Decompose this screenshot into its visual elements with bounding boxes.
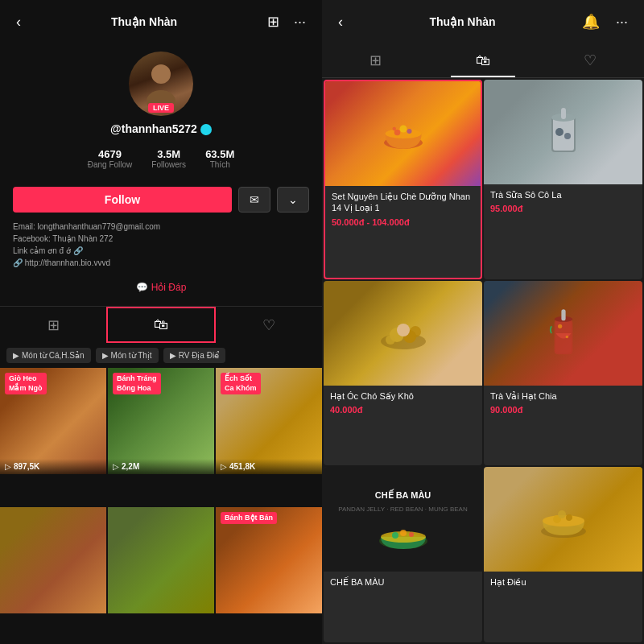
product-name-2: Trà Sữa Sô Cô La [490,189,636,200]
right-tab-grid[interactable]: ⊞ [322,43,429,77]
svg-point-6 [399,126,407,133]
product-info-4: Trà Vải Hạt Chia 90.000đ [484,386,642,421]
right-profile-name: Thuận Nhàn [429,15,495,28]
bio-line-2: Facebook: Thuận Nhàn 272 [13,233,309,245]
left-header: ‹ Thuận Nhàn ⊞ ··· [0,0,322,43]
chip-rv[interactable]: ▶ RV Địa Điể [163,348,226,363]
play-icon-3: ▷ [221,462,227,471]
video-cell-5[interactable] [108,507,214,613]
video-label-1: Giò Heo Mắm Ngò [5,373,47,394]
chip-label-1: Món từ Cá,H.Sản [22,351,85,360]
view-count-2: 2,2M [122,462,139,471]
hoi-dap-label: Hỏi Đáp [151,282,187,293]
video-cell-6[interactable]: Bánh Bột Bán [216,507,322,613]
che-ba-mau-subtitle: PANDAN JELLY · RED BEAN · MUNG BEAN [338,506,467,513]
more-options-icon[interactable]: ··· [291,10,309,34]
play-icon-1: ▷ [5,462,11,471]
video-cell-1[interactable]: ▷ 897,5K Giò Heo Mắm Ngò [0,368,106,474]
heart-icon: ♡ [262,316,275,334]
follow-button[interactable]: Follow [13,187,232,213]
view-count-1: 897,5K [14,462,39,471]
chip-icon-2: ▶ [102,351,109,360]
svg-point-25 [565,335,568,338]
right-header: ‹ Thuận Nhàn 🔔 ··· [322,0,644,43]
filter-chips: ▶ Món từ Cá,H.Sản ▶ Món từ Thịt ▶ RV Địa… [0,343,322,368]
svg-point-24 [558,324,562,328]
more-button[interactable]: ⌄ [277,187,309,213]
left-panel: ‹ Thuận Nhàn ⊞ ··· LIVE @thannhan5272 46… [0,0,322,644]
che-ba-mau-title: CHẾ BA MÀU [372,486,435,505]
username: @thannhan5272 [110,122,197,135]
video-label-6: Bánh Bột Bán [221,512,277,525]
product-price-2: 95.000đ [490,204,636,213]
svg-point-29 [409,532,414,537]
stat-likes: 63.5M Thích [205,148,234,169]
bell-icon[interactable]: 🔔 [579,10,603,34]
right-more-icon[interactable]: ··· [613,10,631,34]
product-name-4: Trà Vải Hạt Chia [490,390,636,402]
product-info-2: Trà Sữa Sô Cô La 95.000đ [484,184,642,220]
bio-section: Email: longthanhanthuan779@gmail.com Fac… [0,217,322,272]
tab-videos[interactable]: ⊞ [0,308,106,342]
play-icon-2: ▷ [113,462,119,471]
profile-section: LIVE @thannhan5272 4679 Đang Follow 3.5M… [0,43,322,182]
bookmark-icon[interactable]: ⊞ [264,10,283,34]
product-card-5[interactable]: CHẾ BA MÀU PANDAN JELLY · RED BEAN · MUN… [324,467,482,642]
svg-point-28 [392,532,398,539]
video-cell-2[interactable]: ▷ 2,2M Bánh Tráng Bông Hoa [108,368,214,474]
product-card-2[interactable]: Trà Sữa Sô Cô La 95.000đ [484,80,642,279]
product-info-1: Set Nguyên Liệu Chè Dưỡng Nhan 14 Vị Loạ… [325,186,481,233]
products-grid: Set Nguyên Liệu Chè Dưỡng Nhan 14 Vị Loạ… [322,78,644,644]
right-tab-shop[interactable]: 🛍 [429,44,536,77]
product-card-4[interactable]: Trà Vải Hạt Chia 90.000đ [484,281,642,466]
right-grid-icon: ⊞ [369,52,382,69]
tab-shop[interactable]: 🛍 [106,307,216,343]
product-info-6: Hạt Điều [484,572,642,597]
video-overlay-2: ▷ 2,2M [108,459,214,474]
hoi-dap-section[interactable]: 💬 Hỏi Đáp [136,282,187,293]
right-tab-saved[interactable]: ♡ [537,43,644,77]
tab-saved[interactable]: ♡ [216,308,322,342]
video-cell-3[interactable]: ▷ 451,8K Ếch Sốt Ca Khóm [216,368,322,474]
chip-thit[interactable]: ▶ Món từ Thịt [96,348,159,363]
right-heart-icon: ♡ [584,52,597,69]
action-row: Follow ✉ ⌄ [0,187,322,213]
svg-point-11 [555,128,564,136]
avatar: LIVE [129,52,193,116]
video-overlay-3: ▷ 451,8K [216,459,322,474]
chip-icon-1: ▶ [13,351,19,360]
right-shop-icon: 🛍 [476,52,490,69]
message-button[interactable]: ✉ [238,187,270,213]
svg-point-36 [570,519,576,526]
product-name-6: Hạt Điều [490,576,636,588]
grid-icon: ⊞ [47,316,60,334]
bio-line-3: Link cảm ơn đ ớ 🔗 [13,245,309,257]
svg-point-5 [407,129,411,134]
product-price-3: 40.000đ [330,405,476,415]
product-card-1[interactable]: Set Nguyên Liệu Chè Dưỡng Nhan 14 Vị Loạ… [324,80,482,279]
back-button[interactable]: ‹ [13,10,24,34]
chip-icon-3: ▶ [170,351,176,360]
product-card-6[interactable]: Hạt Điều [484,467,642,642]
product-card-3[interactable]: Hạt Óc Chó Sấy Khô 40.000đ [324,281,482,466]
right-back-button[interactable]: ‹ [335,10,346,34]
svg-rect-13 [561,108,566,119]
video-grid: ▷ 897,5K Giò Heo Mắm Ngò ▷ 2,2M Bánh Trá… [0,368,322,644]
stats-row: 4679 Đang Follow 3.5M Followers 63.5M Th… [88,148,235,169]
svg-point-19 [410,326,421,337]
right-header-icons: 🔔 ··· [579,10,631,34]
svg-point-0 [151,64,171,84]
shop-icon: 🛍 [154,316,168,333]
svg-rect-23 [561,309,565,320]
svg-point-17 [397,324,410,336]
chip-ca-hsan[interactable]: ▶ Món từ Cá,H.Sản [6,348,91,363]
chip-label-3: RV Địa Điể [179,351,220,360]
live-badge: LIVE [148,103,174,113]
left-tabs-bar: ⊞ 🛍 ♡ [0,306,322,343]
verified-icon [200,124,212,135]
chip-label-2: Món từ Thịt [111,351,152,360]
video-cell-4[interactable] [0,507,106,613]
right-panel: ‹ Thuận Nhàn 🔔 ··· ⊞ 🛍 ♡ [322,0,644,644]
bio-line-4: 🔗 http://thannhan.bio.vvvd [13,257,309,269]
product-info-5: CHẾ BA MÀU [324,572,482,597]
